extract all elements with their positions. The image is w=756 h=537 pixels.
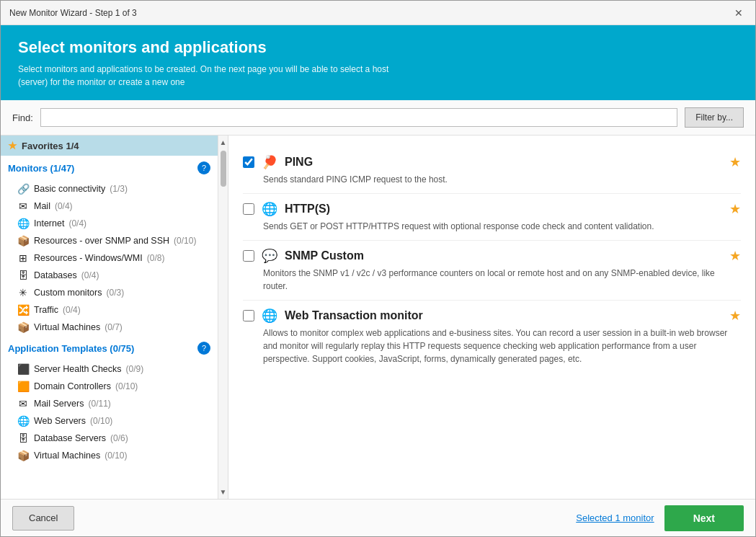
monitor-snmp: 💬 SNMP Custom ★ Monitors the SNMP v1 / v… — [243, 241, 741, 301]
mail-icon: ✉ — [17, 200, 30, 212]
monitor-web-transaction: 🌐 Web Transaction monitor ★ Allows to mo… — [243, 301, 741, 373]
monitor-ping-header: 🏓 PING ★ — [243, 154, 741, 170]
item-label: Virtual Machines — [34, 451, 100, 461]
app-templates-tree: ⬛ Server Health Checks (0/9) 🟧 Domain Co… — [1, 360, 218, 464]
web-transaction-name: Web Transaction monitor — [285, 309, 722, 322]
item-label: Domain Controllers — [34, 381, 111, 391]
app-templates-help-badge[interactable]: ? — [197, 342, 210, 355]
sidebar-item-mail-servers[interactable]: ✉ Mail Servers (0/11) — [1, 395, 218, 412]
sidebar-item-snmp-ssh[interactable]: 📦 Resources - over SNMP and SSH (0/10) — [1, 232, 218, 249]
web-servers-icon: 🌐 — [17, 415, 30, 427]
server-health-icon: ⬛ — [17, 363, 30, 375]
item-label: Basic connectivity — [34, 184, 105, 194]
item-label: Resources - over SNMP and SSH — [34, 236, 169, 246]
item-label: Web Servers — [34, 416, 86, 426]
snmp-description: Monitors the SNMP v1 / v2c / v3 performa… — [243, 267, 741, 293]
item-label: Mail — [34, 201, 50, 211]
monitors-section-header: Monitors (1/47) ? — [1, 156, 218, 180]
wizard-header: Select monitors and applications Select … — [1, 25, 755, 100]
item-label: Custom monitors — [34, 288, 102, 298]
monitors-list: 🏓 PING ★ Sends standard PING ICMP reques… — [228, 136, 755, 499]
app-templates-label: Application Templates (0/75) — [8, 343, 134, 354]
scroll-up-button[interactable]: ▲ — [218, 137, 228, 148]
web-transaction-icon: 🌐 — [262, 308, 277, 324]
ping-icon: 🏓 — [262, 154, 277, 170]
https-description: Sends GET or POST HTTP/HTTPS request wit… — [243, 220, 741, 233]
search-input[interactable] — [40, 108, 677, 127]
connectivity-icon: 🔗 — [17, 183, 30, 195]
sidebar-item-web-servers[interactable]: 🌐 Web Servers (0/10) — [1, 412, 218, 430]
snmp-custom-icon: 💬 — [262, 248, 277, 264]
filter-button[interactable]: Filter by... — [685, 107, 744, 128]
sidebar-item-traffic[interactable]: 🔀 Traffic (0/4) — [1, 301, 218, 319]
vm-templates-icon: 📦 — [17, 450, 30, 461]
ping-description: Sends standard PING ICMP request to the … — [243, 173, 741, 186]
internet-icon: 🌐 — [17, 218, 30, 229]
favorites-header[interactable]: ★ Favorites 1/4 — [1, 136, 218, 156]
custom-icon: ✳ — [17, 287, 30, 298]
https-icon: 🌐 — [262, 201, 277, 217]
vm-icon: 📦 — [17, 321, 30, 333]
app-templates-section-header: Application Templates (0/75) ? — [1, 336, 218, 360]
find-bar: Find: Filter by... — [1, 100, 755, 136]
monitors-help-badge[interactable]: ? — [197, 161, 210, 174]
https-star[interactable]: ★ — [729, 201, 741, 217]
footer-right: Selected 1 monitor Next — [576, 505, 744, 531]
web-transaction-description: Allows to monitor complex web applicatio… — [243, 327, 741, 365]
item-label: Databases — [34, 270, 77, 280]
next-button[interactable]: Next — [664, 505, 744, 531]
item-label: Traffic — [34, 305, 58, 315]
monitor-https-header: 🌐 HTTP(S) ★ — [243, 201, 741, 217]
sidebar-item-domain-controllers[interactable]: 🟧 Domain Controllers (0/10) — [1, 378, 218, 395]
sidebar-item-vm-templates[interactable]: 📦 Virtual Machines (0/10) — [1, 447, 218, 464]
monitor-snmp-header: 💬 SNMP Custom ★ — [243, 248, 741, 264]
main-content: ★ Favorites 1/4 Monitors (1/47) ? 🔗 Bas — [1, 136, 755, 499]
snmp-name: SNMP Custom — [285, 249, 722, 262]
monitor-https: 🌐 HTTP(S) ★ Sends GET or POST HTTP/HTTPS… — [243, 194, 741, 241]
item-label: Virtual Machines — [34, 322, 100, 332]
databases-icon: 🗄 — [17, 270, 30, 281]
sidebar-item-virtual-machines[interactable]: 📦 Virtual Machines (0/7) — [1, 319, 218, 336]
web-transaction-star[interactable]: ★ — [729, 308, 741, 324]
https-checkbox[interactable] — [243, 203, 254, 215]
snmp-checkbox[interactable] — [243, 250, 254, 262]
sidebar-item-server-health[interactable]: ⬛ Server Health Checks (0/9) — [1, 360, 218, 378]
sidebar-item-custom-monitors[interactable]: ✳ Custom monitors (0/3) — [1, 284, 218, 301]
traffic-icon: 🔀 — [17, 304, 30, 316]
web-transaction-checkbox[interactable] — [243, 310, 254, 321]
selected-monitor-link[interactable]: Selected 1 monitor — [576, 512, 654, 523]
scroll-down-button[interactable]: ▼ — [218, 487, 228, 497]
db-servers-icon: 🗄 — [17, 432, 30, 444]
wizard-window: New Monitor Wizard - Step 1 of 3 ✕ Selec… — [0, 0, 756, 537]
left-scroll-area: ★ Favorites 1/4 Monitors (1/47) ? 🔗 Bas — [1, 136, 218, 499]
star-icon: ★ — [8, 140, 17, 151]
ping-star[interactable]: ★ — [729, 154, 741, 170]
sidebar-item-database-servers[interactable]: 🗄 Database Servers (0/6) — [1, 430, 218, 447]
close-button[interactable]: ✕ — [731, 5, 747, 21]
ping-checkbox[interactable] — [243, 156, 254, 168]
title-bar: New Monitor Wizard - Step 1 of 3 ✕ — [1, 1, 755, 25]
sidebar-item-windows-wmi[interactable]: ⊞ Resources - Windows/WMI (0/8) — [1, 249, 218, 267]
left-panel: ★ Favorites 1/4 Monitors (1/47) ? 🔗 Bas — [1, 136, 228, 499]
snmp-icon: 📦 — [17, 235, 30, 247]
windows-icon: ⊞ — [17, 252, 30, 264]
page-title: Select monitors and applications — [18, 38, 738, 57]
sidebar-item-databases[interactable]: 🗄 Databases (0/4) — [1, 267, 218, 284]
snmp-star[interactable]: ★ — [729, 248, 741, 264]
item-label: Database Servers — [34, 433, 106, 443]
monitors-tree: 🔗 Basic connectivity (1/3) ✉ Mail (0/4) … — [1, 180, 218, 336]
sidebar-item-mail[interactable]: ✉ Mail (0/4) — [1, 198, 218, 215]
sidebar-item-internet[interactable]: 🌐 Internet (0/4) — [1, 215, 218, 232]
cancel-button[interactable]: Cancel — [12, 506, 74, 531]
favorites-label: Favorites 1/4 — [22, 141, 79, 151]
item-label: Internet — [34, 218, 64, 228]
domain-icon: 🟧 — [17, 381, 30, 392]
find-label: Find: — [12, 112, 33, 123]
mail-servers-icon: ✉ — [17, 398, 30, 409]
sidebar-scrollbar: ▲ ▼ — [218, 136, 228, 499]
scrollbar-thumb — [221, 151, 226, 187]
item-label: Server Health Checks — [34, 364, 122, 374]
sidebar-item-basic-connectivity[interactable]: 🔗 Basic connectivity (1/3) — [1, 180, 218, 198]
https-name: HTTP(S) — [285, 203, 722, 216]
monitors-label: Monitors (1/47) — [8, 163, 74, 174]
